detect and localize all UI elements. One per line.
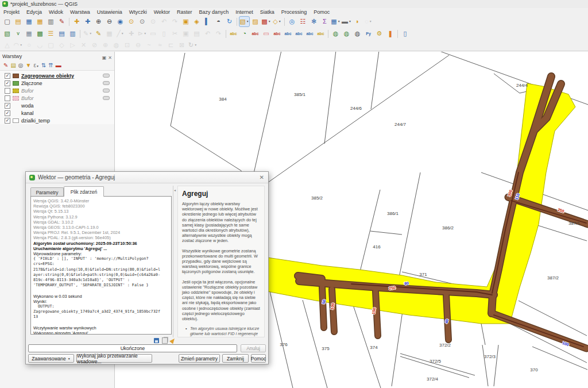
- save-project-as-icon[interactable]: ▦: [35, 17, 45, 26]
- highlight-pinned-labels-icon[interactable]: abc: [272, 29, 282, 39]
- show-bookmarks-icon[interactable]: ▍: [203, 17, 212, 26]
- save-project-icon[interactable]: ▦: [24, 17, 34, 26]
- layer-row-zagregowane-obiekty[interactable]: ✓Zagregowane obiekty: [0, 72, 114, 79]
- dialog-titlebar[interactable]: Wektor — geometria - Agreguj ✕: [26, 172, 268, 183]
- layer-diagram-icon[interactable]: ◔: [239, 29, 249, 39]
- menu-pomoc[interactable]: Pomoc: [310, 9, 333, 15]
- show-hide-labels-icon[interactable]: abc: [283, 29, 293, 39]
- menu-siatka[interactable]: Siatka: [257, 9, 278, 15]
- change-parameters-button[interactable]: Zmień parametry: [179, 354, 220, 363]
- add-delimited-text-layer-icon[interactable]: ☰: [46, 29, 56, 39]
- layer-row-woda[interactable]: ✓woda: [0, 102, 114, 109]
- run-feature-action-icon[interactable]: ☷: [298, 17, 308, 26]
- menu-warstwa[interactable]: Warstwa: [67, 9, 94, 15]
- layer-row-bufor[interactable]: Bufor: [0, 87, 114, 94]
- menu-ustawienia[interactable]: Ustawienia: [94, 9, 126, 15]
- close-button[interactable]: Zamknij: [222, 354, 249, 363]
- map-tips-icon[interactable]: ◗: [353, 17, 362, 26]
- attribute-table-icon[interactable]: ▦▼: [331, 17, 341, 26]
- select-by-value-icon[interactable]: ▨: [250, 17, 260, 26]
- collapse-all-icon[interactable]: ⇈: [48, 62, 53, 70]
- filter-by-expression-icon[interactable]: ε▼: [33, 62, 38, 70]
- menu-raster[interactable]: Raster: [173, 9, 196, 15]
- labeling-options-icon[interactable]: abc: [250, 29, 260, 39]
- layer-visibility-checkbox[interactable]: ✓: [5, 110, 10, 116]
- layer-visibility-checkbox[interactable]: ✓: [5, 80, 10, 86]
- select-by-form-icon[interactable]: ◇▼: [272, 17, 282, 26]
- layer-visibility-checkbox[interactable]: [5, 88, 10, 94]
- layer-name[interactable]: Bufor: [21, 88, 34, 94]
- move-label-icon[interactable]: abc: [294, 29, 304, 39]
- identify-features-icon[interactable]: ◎: [287, 17, 297, 26]
- add-group-icon[interactable]: ▤: [10, 62, 16, 70]
- clear-log-icon[interactable]: [169, 337, 176, 344]
- open-layer-styling-icon[interactable]: ✎: [3, 62, 8, 70]
- pin-labels-icon[interactable]: ▭: [261, 29, 271, 39]
- new-map-view-icon[interactable]: ▣: [181, 17, 191, 26]
- rotate-label-icon[interactable]: abc: [305, 29, 315, 39]
- zoom-native-icon[interactable]: ◉: [115, 17, 125, 26]
- layer-row-bufor[interactable]: Bufor: [0, 94, 114, 102]
- layout-manager-icon[interactable]: ▥: [46, 17, 56, 26]
- new-spatial-bookmark-icon[interactable]: ◈: [192, 17, 202, 26]
- layer-visibility-checkbox[interactable]: ✓: [5, 73, 10, 79]
- open-project-icon[interactable]: ▤: [13, 17, 23, 26]
- pan-to-selection-icon[interactable]: ✚: [83, 17, 92, 26]
- add-vector-layer-icon[interactable]: V: [13, 29, 23, 39]
- deselect-features-icon[interactable]: ▩▼: [261, 17, 271, 26]
- measure-tool-icon[interactable]: ▬▼: [342, 17, 351, 26]
- web-search-icon[interactable]: ◍: [353, 29, 362, 39]
- toggle-editing-icon[interactable]: ✎: [94, 29, 103, 39]
- menu-projekt[interactable]: Projekt: [0, 9, 23, 15]
- layer-name[interactable]: Zagregowane obiekty: [21, 73, 74, 79]
- menu-wtyczki[interactable]: Wtyczki: [126, 9, 150, 15]
- statistics-panel-icon[interactable]: Σ: [320, 17, 330, 26]
- help-contents-icon[interactable]: ▯: [400, 29, 410, 39]
- style-dock-icon[interactable]: ❚: [385, 29, 395, 39]
- style-manager-icon[interactable]: ✎: [57, 17, 67, 26]
- close-panel-icon[interactable]: ✕: [108, 55, 112, 60]
- layer-name[interactable]: woda: [21, 103, 34, 109]
- menu-widok[interactable]: Widok: [45, 9, 67, 15]
- add-raster-layer-icon[interactable]: ▦: [24, 29, 34, 39]
- collapse-help-icon[interactable]: ◂: [174, 188, 176, 192]
- algorithm-log[interactable]: Wersja QGIS: 3.42.0-MünsterRewizja QGIS:…: [30, 196, 172, 335]
- remove-layer-icon[interactable]: ▬: [56, 62, 61, 70]
- temporal-controller-icon[interactable]: ◓: [214, 17, 223, 26]
- change-label-properties-icon[interactable]: abc: [316, 29, 326, 39]
- layer-row-dzialki-temp[interactable]: ✓dzialki_temp: [0, 117, 114, 124]
- add-postgis-layer-icon[interactable]: ▤: [57, 29, 67, 39]
- layer-name[interactable]: kanal: [21, 110, 34, 116]
- run-as-batch-button[interactable]: Wykonaj jako przetwarzanie wsadowe...: [76, 354, 152, 363]
- add-mesh-layer-icon[interactable]: ▩: [35, 29, 45, 39]
- layer-name[interactable]: Bufor: [21, 95, 34, 101]
- advanced-button[interactable]: Zaawansowane▼: [28, 354, 74, 363]
- tab-log[interactable]: Plik zdarzeń: [64, 186, 104, 197]
- python-console-icon[interactable]: Py: [363, 29, 373, 39]
- layer-name[interactable]: dzialki_temp: [21, 118, 50, 124]
- dialog-close-icon[interactable]: ✕: [260, 174, 264, 180]
- layer-name[interactable]: Złączone: [21, 80, 42, 86]
- metasearch-catalog-icon[interactable]: ◍: [331, 29, 341, 39]
- menu-bazy-danych[interactable]: Bazy danych: [196, 9, 233, 15]
- developer-tools-icon[interactable]: ⚙: [374, 29, 384, 39]
- layer-row-kanal[interactable]: ✓kanal: [0, 109, 114, 117]
- menu-wektor[interactable]: Wektor: [150, 9, 173, 15]
- copy-log-icon[interactable]: [162, 337, 168, 344]
- menu-edycja[interactable]: Edycja: [23, 9, 45, 15]
- layer-labeling-icon[interactable]: abc: [229, 29, 238, 39]
- layer-visibility-checkbox[interactable]: [5, 95, 10, 101]
- refresh-map-icon[interactable]: ↻: [225, 17, 234, 26]
- save-log-icon[interactable]: [154, 338, 159, 343]
- zoom-to-selection-icon[interactable]: ⊙: [137, 17, 147, 26]
- manage-map-themes-icon[interactable]: ◎: [18, 62, 24, 70]
- help-button[interactable]: Pomoc: [251, 354, 266, 363]
- filter-legend-icon[interactable]: ▼: [26, 62, 32, 70]
- new-project-icon[interactable]: ▢: [2, 17, 12, 26]
- zoom-in-icon[interactable]: ⊕: [94, 17, 103, 26]
- select-features-icon[interactable]: ▧▼: [239, 17, 249, 26]
- layer-visibility-checkbox[interactable]: ✓: [5, 103, 10, 109]
- processing-toolbox-icon[interactable]: ✻: [309, 17, 319, 26]
- data-source-manager-icon[interactable]: ▧: [2, 29, 12, 39]
- menu-internet[interactable]: Internet: [232, 9, 257, 15]
